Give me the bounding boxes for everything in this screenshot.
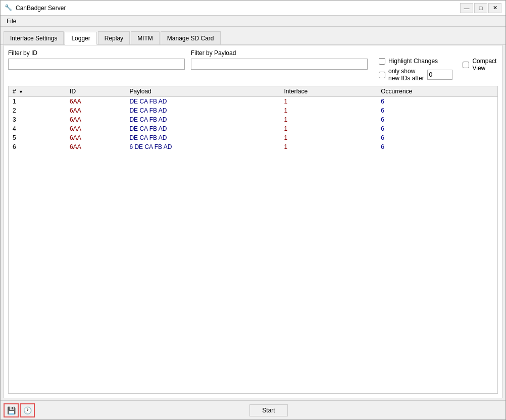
window-title: CanBadger Server	[16, 5, 66, 12]
cell-interface: 1	[280, 124, 377, 133]
filter-by-id-group: Filter by ID	[8, 49, 185, 70]
cell-payload: DE CA FB AD	[125, 115, 280, 124]
cell-occurrence: 6	[377, 133, 497, 142]
table-row: 26AADE CA FB AD16	[9, 106, 497, 115]
bottom-bar: 💾 🕐 Start	[1, 400, 505, 419]
cell-num: 6	[9, 142, 66, 151]
col-header-interface[interactable]: Interface	[280, 86, 377, 97]
highlight-changes-label: Highlight Changes	[388, 58, 438, 65]
cell-interface: 1	[280, 142, 377, 151]
log-table: # ▼ ID Payload Interface O	[9, 86, 497, 151]
cell-id: 6AA	[66, 106, 125, 115]
cell-num: 1	[9, 97, 66, 107]
filters-row: Filter by ID Filter by Payload Highlight…	[8, 49, 498, 82]
compact-view-label: Compact View	[472, 58, 498, 72]
sort-arrow-num: ▼	[19, 89, 23, 94]
filter-by-id-input[interactable]	[8, 59, 185, 70]
filter-by-payload-input[interactable]	[191, 59, 368, 70]
table-header: # ▼ ID Payload Interface O	[9, 86, 497, 97]
tab-interface-settings[interactable]: Interface Settings	[4, 31, 64, 44]
filter-by-payload-group: Filter by Payload	[191, 49, 368, 70]
cell-num: 3	[9, 115, 66, 124]
only-show-new-ids-checkbox[interactable]	[379, 72, 385, 78]
only-show-new-ids-row: only show new IDs after	[379, 68, 452, 82]
col-header-num[interactable]: # ▼	[9, 86, 66, 97]
start-button[interactable]: Start	[249, 404, 287, 416]
checkboxes-col1: Highlight Changes only show new IDs afte…	[379, 58, 452, 82]
cell-num: 4	[9, 124, 66, 133]
only-show-new-ids-spinner[interactable]	[427, 70, 452, 80]
app-icon: 🔧	[5, 4, 13, 12]
cell-occurrence: 6	[377, 142, 497, 151]
title-bar: 🔧 CanBadger Server — □ ✕	[1, 1, 505, 16]
highlight-changes-row: Highlight Changes	[379, 58, 452, 65]
cell-occurrence: 6	[377, 97, 497, 107]
table-row: 36AADE CA FB AD16	[9, 115, 497, 124]
cell-id: 6AA	[66, 133, 125, 142]
title-bar-left: 🔧 CanBadger Server	[5, 4, 66, 12]
cell-num: 5	[9, 133, 66, 142]
minimize-button[interactable]: —	[460, 3, 473, 13]
menu-bar: File	[1, 16, 505, 27]
bottom-buttons: 💾 🕐	[4, 403, 35, 417]
save-button[interactable]: 💾	[4, 403, 19, 417]
tab-mitm[interactable]: MITM	[131, 31, 160, 44]
tabs-bar: Interface Settings Logger Replay MITM Ma…	[1, 27, 505, 45]
close-button[interactable]: ✕	[488, 3, 501, 13]
highlight-changes-checkbox[interactable]	[379, 58, 385, 65]
cell-occurrence: 6	[377, 106, 497, 115]
cell-id: 6AA	[66, 97, 125, 107]
checkboxes-col2: Compact View	[463, 58, 498, 72]
cell-occurrence: 6	[377, 115, 497, 124]
options-area: Highlight Changes only show new IDs afte…	[379, 49, 498, 82]
content-area: Filter by ID Filter by Payload Highlight…	[4, 45, 502, 398]
only-show-new-ids-label: only show new IDs after	[388, 68, 424, 82]
save-icon: 💾	[7, 406, 16, 414]
tab-manage-sd-card[interactable]: Manage SD Card	[161, 31, 221, 44]
cell-payload: 6 DE CA FB AD	[125, 142, 280, 151]
cell-id: 6AA	[66, 115, 125, 124]
cell-interface: 1	[280, 133, 377, 142]
cell-id: 6AA	[66, 142, 125, 151]
cell-interface: 1	[280, 106, 377, 115]
start-btn-area: Start	[35, 404, 502, 416]
cell-occurrence: 6	[377, 124, 497, 133]
filter-by-payload-label: Filter by Payload	[191, 49, 368, 57]
table-body: 16AADE CA FB AD1626AADE CA FB AD1636AADE…	[9, 97, 497, 152]
col-header-payload[interactable]: Payload	[125, 86, 280, 97]
cell-payload: DE CA FB AD	[125, 124, 280, 133]
table-row: 46AADE CA FB AD16	[9, 124, 497, 133]
main-window: 🔧 CanBadger Server — □ ✕ File Interface …	[0, 0, 506, 420]
cell-payload: DE CA FB AD	[125, 106, 280, 115]
cell-payload: DE CA FB AD	[125, 97, 280, 107]
cell-id: 6AA	[66, 124, 125, 133]
title-bar-controls: — □ ✕	[460, 3, 501, 13]
tab-logger[interactable]: Logger	[65, 32, 96, 45]
data-table: # ▼ ID Payload Interface O	[8, 86, 498, 394]
col-header-occurrence[interactable]: Occurrence	[377, 86, 497, 97]
table-row: 56AADE CA FB AD16	[9, 133, 497, 142]
cell-payload: DE CA FB AD	[125, 133, 280, 142]
maximize-button[interactable]: □	[474, 3, 487, 13]
history-icon: 🕐	[23, 406, 32, 414]
history-button[interactable]: 🕐	[20, 403, 35, 417]
col-header-id[interactable]: ID	[66, 86, 125, 97]
table-row: 66AA6 DE CA FB AD16	[9, 142, 497, 151]
table-row: 16AADE CA FB AD16	[9, 97, 497, 107]
compact-view-checkbox[interactable]	[463, 62, 469, 68]
cell-interface: 1	[280, 115, 377, 124]
cell-num: 2	[9, 106, 66, 115]
compact-view-row: Compact View	[463, 58, 498, 72]
filter-by-id-label: Filter by ID	[8, 49, 185, 57]
tab-replay[interactable]: Replay	[98, 31, 130, 44]
menu-file[interactable]: File	[3, 17, 20, 26]
cell-interface: 1	[280, 97, 377, 107]
